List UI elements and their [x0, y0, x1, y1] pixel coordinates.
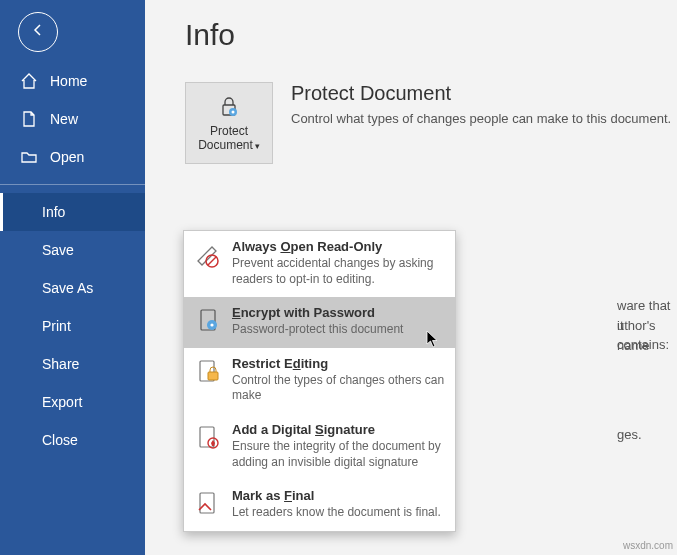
menu-label: Encrypt with Password — [232, 305, 445, 320]
menu-label: Restrict Editing — [232, 356, 445, 371]
svg-point-7 — [210, 324, 213, 327]
nav-label: New — [50, 111, 78, 127]
nav-new[interactable]: New — [0, 100, 145, 138]
nav-label: Save As — [42, 280, 93, 296]
nav-label: Save — [42, 242, 74, 258]
encrypt-icon — [194, 307, 222, 335]
menu-add-digital-signature[interactable]: Add a Digital Signature Ensure the integ… — [184, 414, 455, 480]
nav-share[interactable]: Share — [0, 345, 145, 383]
nav-label: Close — [42, 432, 78, 448]
lock-key-icon — [216, 94, 242, 120]
nav-label: Open — [50, 149, 84, 165]
menu-label: Add a Digital Signature — [232, 422, 445, 437]
page-title: Info — [185, 18, 677, 52]
chevron-down-icon: ▾ — [255, 141, 260, 151]
menu-desc: Ensure the integrity of the document by … — [232, 439, 445, 470]
nav-export[interactable]: Export — [0, 383, 145, 421]
backstage-sidebar: Home New Open Info Save Save As Print Sh… — [0, 0, 145, 555]
nav-save-as[interactable]: Save As — [0, 269, 145, 307]
nav-label: Share — [42, 356, 79, 372]
protect-heading: Protect Document — [291, 82, 671, 105]
nav-label: Info — [42, 204, 65, 220]
menu-encrypt-with-password[interactable]: Encrypt with Password Password-protect t… — [184, 297, 455, 348]
nav-info[interactable]: Info — [0, 193, 145, 231]
protect-description: Protect Document Control what types of c… — [291, 82, 671, 126]
back-button[interactable] — [18, 12, 58, 52]
menu-mark-as-final[interactable]: Mark as Final Let readers know the docum… — [184, 480, 455, 531]
protect-row: Protect Document▾ Protect Document Contr… — [185, 82, 677, 164]
nav-save[interactable]: Save — [0, 231, 145, 269]
nav-label: Print — [42, 318, 71, 334]
protect-body: Control what types of changes people can… — [291, 111, 671, 126]
signature-icon — [194, 424, 222, 452]
read-only-icon — [194, 241, 222, 269]
menu-label: Mark as Final — [232, 488, 445, 503]
protect-document-menu: Always Open Read-Only Prevent accidental… — [183, 230, 456, 532]
menu-desc: Prevent accidental changes by asking rea… — [232, 256, 445, 287]
protect-btn-line1: Protect — [210, 124, 248, 138]
nav-print[interactable]: Print — [0, 307, 145, 345]
menu-label: Always Open Read-Only — [232, 239, 445, 254]
menu-desc: Password-protect this document — [232, 322, 445, 338]
svg-rect-12 — [200, 493, 214, 513]
protect-btn-line2: Document — [198, 138, 253, 152]
nav-label: Home — [50, 73, 87, 89]
svg-point-2 — [232, 111, 235, 114]
nav-home[interactable]: Home — [0, 62, 145, 100]
svg-rect-9 — [208, 372, 218, 380]
menu-desc: Let readers know the document is final. — [232, 505, 445, 521]
nav-close[interactable]: Close — [0, 421, 145, 459]
back-arrow-icon — [30, 22, 46, 42]
home-icon — [20, 72, 38, 90]
menu-restrict-editing[interactable]: Restrict Editing Control the types of ch… — [184, 348, 455, 414]
inspect-peek-line3: ges. — [617, 425, 642, 445]
restrict-icon — [194, 358, 222, 386]
menu-desc: Control the types of changes others can … — [232, 373, 445, 404]
folder-open-icon — [20, 148, 38, 166]
nav-divider — [0, 184, 145, 185]
inspect-peek-line2: uthor's name — [617, 316, 677, 355]
new-doc-icon — [20, 110, 38, 128]
nav-label: Export — [42, 394, 82, 410]
menu-always-open-read-only[interactable]: Always Open Read-Only Prevent accidental… — [184, 231, 455, 297]
watermark: wsxdn.com — [623, 540, 673, 551]
nav-open[interactable]: Open — [0, 138, 145, 176]
final-icon — [194, 490, 222, 518]
protect-document-button[interactable]: Protect Document▾ — [185, 82, 273, 164]
